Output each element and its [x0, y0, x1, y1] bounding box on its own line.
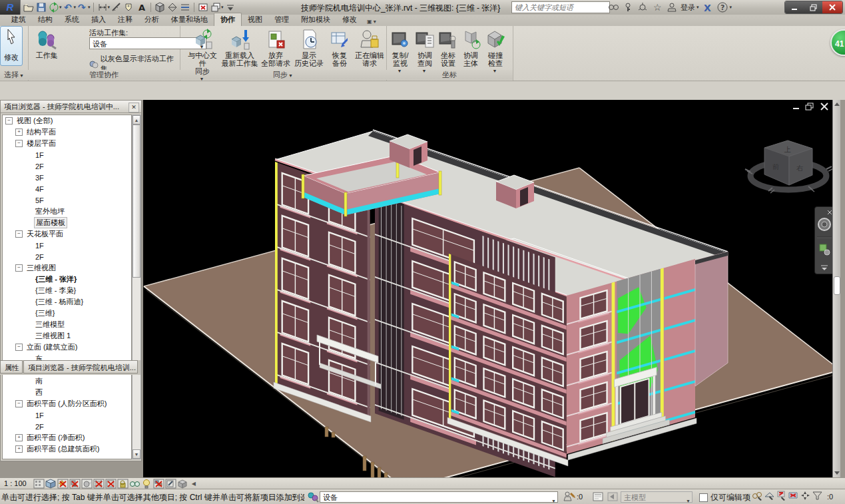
sun-path-icon[interactable] [57, 479, 69, 489]
viewbar-collapse-icon[interactable]: ◀ [192, 481, 196, 487]
tree-item-label[interactable]: 三维模型 [34, 320, 66, 330]
view-scale[interactable]: 1 : 100 [4, 479, 27, 487]
tree-item[interactable]: +面积平面 (净面积) [3, 432, 131, 443]
tree-item-label[interactable]: 4F [34, 185, 45, 193]
tree-item-label[interactable]: 结构平面 [25, 127, 57, 137]
tree-item[interactable]: 4F [3, 183, 131, 194]
application-menu-button[interactable]: R [0, 0, 21, 15]
tree-item[interactable]: 1F [3, 409, 131, 421]
modify-button[interactable]: 修改 [0, 26, 23, 66]
tree-item-label[interactable]: {三维 - 李枭} [34, 286, 77, 296]
tab-管理[interactable]: 管理 [268, 13, 295, 26]
shadows-icon[interactable] [69, 479, 81, 489]
tab-properties[interactable]: 属性 [0, 360, 23, 374]
tab-系统[interactable]: 系统 [59, 13, 85, 26]
collapse-icon[interactable]: − [15, 264, 23, 272]
collapse-icon[interactable]: − [15, 344, 23, 351]
editable-only-checkbox[interactable] [699, 493, 708, 502]
design-options-dialog-icon[interactable] [591, 491, 604, 503]
与中心文件同步-button[interactable]: 与中心文件同步 ▼ [185, 29, 220, 83]
section-icon[interactable] [166, 1, 178, 13]
tree-item[interactable]: 1F [3, 149, 131, 160]
search-icon[interactable] [607, 1, 619, 13]
sign-in-icon[interactable] [666, 1, 678, 13]
select-by-face-icon[interactable] [787, 491, 799, 501]
favorites-icon[interactable]: ☆ [651, 1, 663, 13]
tab-视图[interactable]: 视图 [242, 13, 268, 26]
thin-lines-icon[interactable] [179, 1, 191, 13]
tree-item[interactable]: 3F [3, 172, 131, 183]
temporary-view-properties-icon[interactable] [165, 479, 177, 489]
tree-item[interactable]: 2F [3, 160, 131, 172]
tree-item-label[interactable]: 三维视图 [25, 263, 57, 273]
collapse-icon[interactable]: − [15, 140, 23, 147]
select-underlay-icon[interactable] [763, 491, 775, 501]
tree-item-label[interactable]: 1F [34, 151, 45, 159]
tree-item-label[interactable]: 三维视图 1 [34, 331, 72, 341]
ribbon-display-toggle-icon[interactable]: ▣ ▾ [363, 17, 380, 26]
tree-item[interactable]: −立面 (建筑立面) [3, 342, 131, 353]
tree-item-label[interactable]: 3F [34, 174, 45, 182]
碰撞检查-button[interactable]: 碰撞检查 ▼ [482, 29, 509, 75]
select-pinned-icon[interactable] [775, 491, 787, 501]
collapse-icon[interactable]: − [15, 230, 23, 238]
undo-icon[interactable]: ↶ [63, 1, 75, 13]
tree-item[interactable]: 三维模型 [3, 319, 131, 330]
measure-icon[interactable] [111, 1, 123, 13]
close-icon[interactable]: ✕ [129, 103, 139, 113]
scroll-up-icon[interactable] [834, 103, 840, 106]
default-3d-view-icon[interactable] [154, 1, 166, 13]
tree-item[interactable]: {三维 - 杨雨迪} [3, 296, 131, 308]
worksharing-display-icon[interactable] [153, 479, 165, 489]
tree-item-label[interactable]: 室外地坪 [34, 206, 66, 216]
visual-style-icon[interactable] [45, 479, 57, 489]
tree-item-label[interactable]: {三维 - 杨雨迪} [34, 297, 85, 307]
tree-item-label[interactable]: 视图 (全部) [15, 116, 54, 126]
help-icon[interactable]: ? [716, 1, 728, 13]
crop-view-icon[interactable] [93, 479, 105, 489]
crop-region-visibility-icon[interactable] [105, 479, 117, 489]
sync-with-central-icon[interactable] [48, 1, 60, 13]
tab-注释[interactable]: 注释 [112, 13, 139, 26]
drag-on-selection-icon[interactable] [799, 491, 811, 501]
tree-item[interactable]: 屋面楼板 [3, 217, 131, 228]
tree-item[interactable]: {三维} [3, 308, 131, 319]
tree-item-label[interactable]: 面积平面 (净面积) [25, 433, 86, 443]
tree-item[interactable]: −天花板平面 [3, 228, 131, 240]
view-lock-icon[interactable] [117, 479, 129, 489]
放弃全部请求-button[interactable]: 放弃全部请求 [260, 29, 292, 67]
tree-item-label[interactable]: 西 [34, 387, 44, 397]
sign-in-label[interactable]: 登录 [681, 3, 695, 13]
tree-item[interactable]: {三维 - 张洋} [3, 274, 131, 285]
tree-item[interactable]: 5F [3, 194, 131, 206]
tree-item-label[interactable]: 南 [34, 376, 44, 386]
tab-体量和场地[interactable]: 体量和场地 [165, 13, 214, 26]
tree-item[interactable]: −视图 (全部) [3, 115, 131, 126]
tree-item-label[interactable]: 1F [34, 242, 45, 250]
tag-by-category-icon[interactable] [123, 1, 135, 13]
tree-item[interactable]: 1F [3, 240, 131, 251]
tab-协作[interactable]: 协作 [214, 13, 242, 26]
重新载入最新工作集-button[interactable]: 重新载入最新工作集 [221, 29, 258, 67]
reveal-hidden-icon[interactable] [141, 479, 153, 489]
tree-item[interactable]: +结构平面 [3, 126, 131, 138]
显示历史记录-button[interactable]: 显示历史记录 [293, 29, 325, 67]
恢复备份-button[interactable]: 恢复备份 [326, 29, 353, 67]
redo-icon[interactable]: ↷ [77, 1, 89, 13]
复制/监视-button[interactable]: 复制/监视 ▼ [388, 29, 413, 75]
editable-only-toggle[interactable]: 仅可编辑项 [699, 492, 750, 503]
building-3d-render[interactable]: 上前右 [143, 100, 840, 477]
正在编辑请求-button[interactable]: 正在编辑请求 [354, 29, 385, 67]
editing-requests-icon[interactable] [563, 491, 575, 503]
tree-item-label[interactable]: {三维} [34, 308, 56, 318]
tree-item-label[interactable]: 面积平面 (人防分区面积) [25, 399, 108, 409]
tree-item[interactable]: −楼层平面 [3, 138, 131, 149]
project-browser-title[interactable]: 项目浏览器 - 技师学院机电培训中... ✕ [1, 101, 141, 113]
drawing-area[interactable]: 上前右 [143, 100, 840, 477]
expand-icon[interactable]: + [15, 434, 23, 441]
switch-windows-icon[interactable] [210, 1, 222, 13]
worksets-button[interactable]: 工作集 [29, 29, 64, 59]
scroll-thumb[interactable] [834, 276, 840, 295]
filter-icon[interactable] [811, 491, 823, 501]
坐标设置-button[interactable]: 坐标设置 [437, 29, 459, 67]
